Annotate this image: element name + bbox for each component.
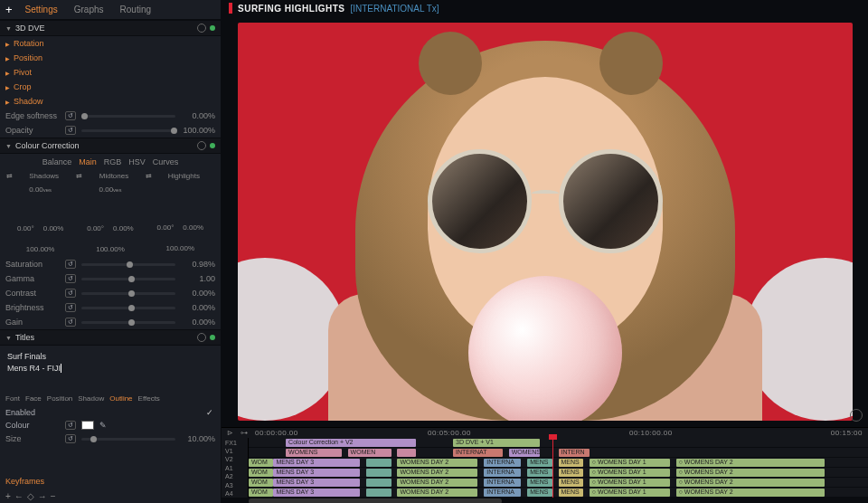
- track-a3[interactable]: WOMMENS DAY 3WOMENS DAY 2INTERNAMENSMENS…: [249, 488, 868, 498]
- timeline-clip[interactable]: ○ WOMENS DAY 2: [676, 459, 825, 467]
- timeline-clip[interactable]: ○ WOMENS DAY 2: [676, 489, 825, 497]
- timeline-clip[interactable]: INTERNA: [484, 459, 521, 467]
- track-a2[interactable]: WOMMENS DAY 3WOMENS DAY 2INTERNAMENSMENS…: [249, 478, 868, 488]
- section-colour-correction[interactable]: ▼ Colour Correction: [0, 138, 221, 154]
- quality-toggle-icon[interactable]: [850, 409, 863, 422]
- timeline-clip[interactable]: MENS: [527, 459, 552, 467]
- timeline-clip[interactable]: ○ WOMENS DAY 2: [676, 479, 825, 487]
- cc-saturation-slider[interactable]: [81, 263, 175, 266]
- timeline-clip[interactable]: ○ WOMENS DAY 1: [590, 489, 670, 497]
- link-icon[interactable]: ⊶: [241, 429, 248, 437]
- timeline-clip[interactable]: WOMENS DAY 2: [397, 489, 477, 497]
- timeline-clip[interactable]: ○ WOMENS DAY 1: [590, 479, 670, 487]
- timeline-clip[interactable]: MENS: [527, 469, 552, 477]
- timeline-clip[interactable]: WOM: [249, 479, 273, 487]
- track-label-a2[interactable]: A2: [222, 472, 249, 480]
- timeline-clip[interactable]: MENS: [559, 479, 583, 487]
- reset-icon[interactable]: ↺: [65, 434, 76, 443]
- kf-remove-icon[interactable]: −: [51, 491, 56, 501]
- dve-prop-pivot[interactable]: ▶Pivot: [0, 65, 221, 80]
- title-tab-outline[interactable]: Outline: [109, 394, 132, 403]
- cc-col-shadows[interactable]: Shadows: [13, 172, 75, 180]
- dve-prop-shadow[interactable]: ▶Shadow: [0, 94, 221, 109]
- checkbox-icon[interactable]: ✓: [206, 408, 215, 417]
- timeline-clip[interactable]: MENS: [559, 489, 583, 497]
- cc-gain-slider[interactable]: [81, 321, 175, 324]
- reset-icon[interactable]: ↺: [65, 111, 76, 120]
- tab-settings[interactable]: Settings: [22, 5, 61, 14]
- reset-icon[interactable]: ↺: [65, 126, 76, 135]
- reset-icon[interactable]: ↺: [65, 318, 76, 327]
- size-slider[interactable]: [81, 438, 175, 441]
- timeline-clip[interactable]: MENS: [559, 469, 583, 477]
- tab-routing[interactable]: Routing: [117, 5, 155, 14]
- dve-prop-position[interactable]: ▶Position: [0, 51, 221, 65]
- timeline-clip[interactable]: INTERN: [559, 449, 590, 457]
- link-icon[interactable]: ⇄: [5, 172, 13, 180]
- enable-dot[interactable]: [210, 143, 215, 148]
- cc-tab-curves[interactable]: Curves: [153, 157, 179, 166]
- timeline-clip[interactable]: ○ WOMENS DAY 1: [590, 459, 670, 467]
- title-tab-position[interactable]: Position: [47, 394, 72, 403]
- cc-tab-balance[interactable]: Balance: [42, 157, 72, 166]
- kf-add-icon[interactable]: +: [5, 491, 11, 501]
- timeline-clip[interactable]: WOMENS: [286, 449, 342, 457]
- timeline-clip[interactable]: [366, 489, 391, 497]
- track-fx1[interactable]: Colour Correction + V23D DVE + V1: [249, 438, 868, 448]
- cc-col-highlights[interactable]: Highlights: [153, 172, 215, 180]
- video-viewer[interactable]: [222, 16, 868, 427]
- timeline-clip[interactable]: WOM: [249, 459, 273, 467]
- playhead[interactable]: [552, 438, 553, 498]
- timeline-clip[interactable]: WOMENS: [509, 449, 540, 457]
- timeline-clip[interactable]: WOM: [249, 489, 273, 497]
- timeline-clip[interactable]: [366, 459, 391, 467]
- track-label-fx1[interactable]: FX1: [222, 438, 249, 446]
- track-label-a3[interactable]: A3: [222, 480, 249, 489]
- colour-swatch[interactable]: [81, 421, 94, 430]
- reset-icon[interactable]: ↺: [65, 421, 76, 430]
- timeline-clip[interactable]: ○ WOMENS DAY 2: [676, 469, 825, 477]
- timeline-ruler[interactable]: ⊳ ⊶ 00:00:00.00 00:05:00.00 00:10:00.00 …: [222, 428, 868, 438]
- cc-tab-main[interactable]: Main: [79, 157, 97, 166]
- reset-icon[interactable]: ↺: [65, 289, 76, 298]
- track-v1[interactable]: WOMENSWOMENINTERNATWOMENSINTERN: [249, 448, 868, 458]
- kf-next-icon[interactable]: →: [38, 491, 47, 501]
- timeline-clip[interactable]: [397, 449, 416, 457]
- cc-tab-hsv[interactable]: HSV: [128, 157, 146, 166]
- cc-contrast-slider[interactable]: [81, 292, 175, 295]
- track-label-a1[interactable]: A1: [222, 464, 249, 472]
- track-label-v1[interactable]: V1: [222, 447, 249, 455]
- enable-dot[interactable]: [210, 25, 215, 31]
- link-icon[interactable]: ⇄: [75, 172, 82, 180]
- cc-gamma-slider[interactable]: [81, 278, 175, 280]
- add-effect-button[interactable]: +: [5, 3, 13, 16]
- enable-dot[interactable]: [210, 335, 215, 340]
- timeline-clip[interactable]: MENS DAY 3: [273, 459, 360, 467]
- timeline-clip[interactable]: [366, 479, 391, 487]
- link-icon[interactable]: ⇄: [146, 172, 153, 180]
- timeline-area[interactable]: Colour Correction + V23D DVE + V1 WOMENS…: [249, 438, 868, 498]
- gear-icon[interactable]: [197, 141, 206, 150]
- timeline-clip[interactable]: MENS DAY 3: [273, 489, 360, 497]
- timeline-clip[interactable]: 3D DVE + V1: [453, 439, 540, 447]
- reset-icon[interactable]: ↺: [65, 303, 76, 312]
- kf-prev-icon[interactable]: ←: [14, 491, 24, 501]
- gear-icon[interactable]: [197, 24, 206, 33]
- reset-icon[interactable]: ↺: [65, 260, 76, 269]
- opacity-slider[interactable]: [81, 129, 175, 132]
- timeline-clip[interactable]: ○ WOMENS DAY 1: [590, 469, 670, 477]
- snap-icon[interactable]: ⊳: [227, 429, 233, 437]
- scrollbar-thumb[interactable]: [249, 498, 502, 503]
- timeline-scrollbar[interactable]: [222, 498, 868, 503]
- cc-brightness-slider[interactable]: [81, 307, 175, 309]
- reset-icon[interactable]: ↺: [65, 274, 76, 283]
- gear-icon[interactable]: [197, 333, 206, 342]
- timeline-clip[interactable]: MENS: [527, 479, 552, 487]
- section-titles[interactable]: ▼ Titles: [0, 329, 221, 346]
- timeline-clip[interactable]: WOMENS DAY 2: [397, 469, 477, 477]
- timeline-clip[interactable]: INTERNA: [484, 469, 521, 477]
- track-a1[interactable]: WOMMENS DAY 3WOMENS DAY 2INTERNAMENSMENS…: [249, 468, 868, 478]
- track-v2[interactable]: WOMMENS DAY 3WOMENS DAY 2INTERNAMENSMENS…: [249, 458, 868, 468]
- timeline-clip[interactable]: MENS DAY 3: [273, 469, 360, 477]
- section-3d-dve[interactable]: ▼ 3D DVE: [0, 20, 221, 36]
